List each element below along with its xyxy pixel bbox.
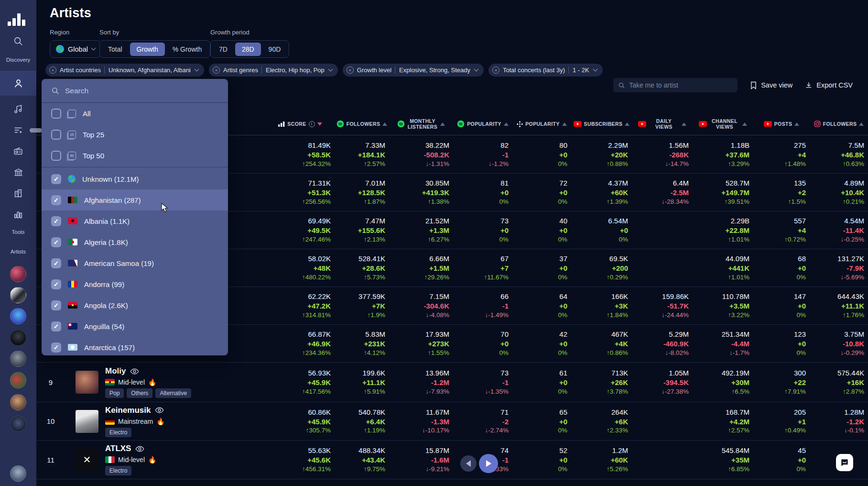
- sidebar-item-radio[interactable]: [0, 141, 36, 162]
- checkbox-checked[interactable]: ✓: [51, 258, 61, 268]
- watchlist-eye-icon[interactable]: [155, 407, 164, 413]
- pinned-artist-avatar[interactable]: [10, 351, 26, 367]
- checkbox-checked[interactable]: ✓: [51, 342, 61, 353]
- artist-name[interactable]: Moliy: [105, 366, 191, 376]
- next-page-button[interactable]: [479, 454, 498, 473]
- remove-filter-icon[interactable]: ✕: [49, 66, 56, 74]
- metric-cell: 557+4↑0.72%: [753, 216, 810, 243]
- column-header-score[interactable]: SCOREi: [266, 113, 335, 135]
- remove-filter-icon[interactable]: ✕: [492, 66, 499, 74]
- growth-option-7d[interactable]: 7D: [212, 43, 234, 56]
- dropdown-country-american-samoa[interactable]: ✓American Samoa (19): [42, 253, 228, 274]
- remove-filter-icon[interactable]: ✕: [213, 66, 220, 74]
- column-header-followers[interactable]: FOLLOWERS: [335, 113, 389, 135]
- column-header-monthly-listeners[interactable]: MONTHLY LISTENERS: [389, 113, 453, 135]
- remove-filter-icon[interactable]: ✕: [347, 66, 354, 74]
- genre-tag: Electro: [105, 428, 131, 437]
- country-flag-icon: [68, 175, 76, 183]
- filter-chip[interactable]: ✕Total concerts (last 3y)1 - 2K: [488, 64, 603, 77]
- metric-cell: 1.2M+60K↑5.26%: [571, 446, 632, 473]
- dropdown-country-angola[interactable]: ✓Angola (2.6K): [42, 295, 228, 316]
- sidebar-item-festivals[interactable]: [0, 162, 36, 183]
- tools-label: Tools: [0, 229, 36, 235]
- pinned-artist-avatar[interactable]: [10, 308, 26, 324]
- checkbox-checked[interactable]: ✓: [51, 237, 61, 247]
- checkbox-checked[interactable]: ✓: [51, 195, 61, 205]
- pinned-artist-avatar[interactable]: [10, 330, 26, 346]
- pinned-artist-avatar[interactable]: [10, 416, 26, 432]
- app-logo-icon[interactable]: [8, 7, 29, 26]
- chevron-down-icon: [91, 46, 96, 51]
- sidebar-item-charts[interactable]: [0, 204, 36, 225]
- artist-avatar[interactable]: ✕: [76, 448, 98, 471]
- sort-option-growth[interactable]: % Growth: [166, 43, 208, 56]
- table-row[interactable]: 10KeinemusikMainstream🔥Electro60.86K+45.…: [36, 402, 868, 441]
- sort-asc-icon: [859, 122, 864, 126]
- dropdown-country-antarctica[interactable]: ✓Antarctica (157): [42, 337, 228, 355]
- save-view-button[interactable]: Save view: [750, 81, 792, 89]
- artist-name[interactable]: ATLXS: [105, 444, 156, 453]
- pinned-artist-avatar[interactable]: [10, 372, 26, 388]
- metric-cell: 147+00%: [753, 292, 810, 319]
- checkbox-checked[interactable]: ✓: [51, 321, 61, 331]
- user-profile-avatar[interactable]: [10, 465, 26, 482]
- dropdown-search-input[interactable]: Search: [42, 79, 228, 103]
- column-header-channel-views[interactable]: CHANNEL VIEWS: [693, 113, 753, 135]
- column-header-subscribers[interactable]: SUBSCRIBERS: [571, 113, 632, 135]
- growth-option-90d[interactable]: 90D: [262, 43, 288, 56]
- sort-option-growth[interactable]: Growth: [130, 43, 165, 56]
- sort-desc-icon: [317, 122, 322, 126]
- dropdown-country-andorra[interactable]: ✓Andorra (99): [42, 274, 228, 295]
- youtube-icon: [638, 121, 646, 127]
- column-header-popularity[interactable]: POPULARITY: [453, 113, 512, 135]
- sidebar-item-artists[interactable]: [0, 71, 36, 96]
- artist-name[interactable]: Keinemusik: [105, 406, 165, 415]
- filter-chip[interactable]: ✕Artist countriesUnknown, Afghanistan, A…: [45, 64, 204, 77]
- export-csv-button[interactable]: Export CSV: [805, 81, 853, 89]
- sort-option-total[interactable]: Total: [101, 43, 129, 56]
- pinned-artist-avatar[interactable]: [10, 266, 26, 282]
- checkbox[interactable]: [51, 130, 61, 140]
- scrollbar-thumb[interactable]: [30, 128, 42, 133]
- pinned-artist-avatar[interactable]: [10, 287, 26, 303]
- info-icon[interactable]: i: [309, 121, 315, 127]
- dropdown-country-algeria[interactable]: ✓Algeria (1.8K): [42, 232, 228, 253]
- watchlist-eye-icon[interactable]: [130, 368, 139, 375]
- checkbox-checked[interactable]: ✓: [51, 174, 61, 184]
- growth-option-28d[interactable]: 28D: [235, 43, 261, 56]
- checkbox[interactable]: [51, 151, 61, 161]
- watchlist-eye-icon[interactable]: [135, 446, 144, 452]
- checkbox[interactable]: [51, 109, 61, 119]
- column-header-posts[interactable]: POSTS: [753, 113, 810, 135]
- sidebar-item-tracks[interactable]: [0, 99, 36, 120]
- dropdown-option-all[interactable]: All: [42, 103, 228, 124]
- dropdown-country-afghanistan[interactable]: ✓Afghanistan (287): [42, 189, 228, 210]
- table-row[interactable]: 11✕ATLXSMid-level🔥Electro55.63K+45.6K↑45…: [36, 441, 868, 479]
- sidebar-item-labels[interactable]: [0, 183, 36, 204]
- search-icon[interactable]: [0, 31, 36, 52]
- region-select[interactable]: Global: [50, 40, 101, 58]
- filter-chip[interactable]: ✕Growth levelExplosive, Strong, Steady: [343, 64, 484, 77]
- dropdown-country-albania[interactable]: ✓Albania (1.1K): [42, 210, 228, 232]
- prev-page-button[interactable]: [460, 455, 477, 472]
- checkbox-checked[interactable]: ✓: [51, 279, 61, 289]
- checkbox-checked[interactable]: ✓: [51, 300, 61, 310]
- metric-cell: 67+7↑11.67%: [453, 254, 512, 281]
- metric-cell: 644.43K+11.1K↑1.76%: [810, 292, 868, 319]
- artist-avatar[interactable]: [76, 410, 98, 433]
- table-row[interactable]: 9MoliyMid-level🔥PopOthersAlternative56.9…: [36, 363, 868, 402]
- chat-launcher-button[interactable]: [836, 454, 853, 471]
- column-header-followers[interactable]: FOLLOWERS: [810, 113, 868, 135]
- column-header-popularity[interactable]: POPULARITY: [512, 113, 571, 135]
- checkbox-checked[interactable]: ✓: [51, 216, 61, 226]
- dropdown-country-unknown[interactable]: ✓Unknown (12.1M): [42, 168, 228, 189]
- artist-avatar[interactable]: [76, 371, 98, 394]
- artist-search-input[interactable]: Take me to artist: [613, 78, 738, 92]
- filter-chip[interactable]: ✕Artist genresElectro, Hip hop, Pop: [209, 64, 338, 77]
- column-header-daily-views[interactable]: DAILY VIEWS: [632, 113, 693, 135]
- dropdown-option-top-50[interactable]: 50Top 50: [42, 145, 228, 166]
- pinned-artist-avatar[interactable]: [10, 394, 26, 410]
- artist-level: Mainstream🔥: [105, 418, 165, 425]
- dropdown-option-top-25[interactable]: 25Top 25: [42, 124, 228, 145]
- dropdown-country-anguilla[interactable]: ✓Anguilla (54): [42, 316, 228, 337]
